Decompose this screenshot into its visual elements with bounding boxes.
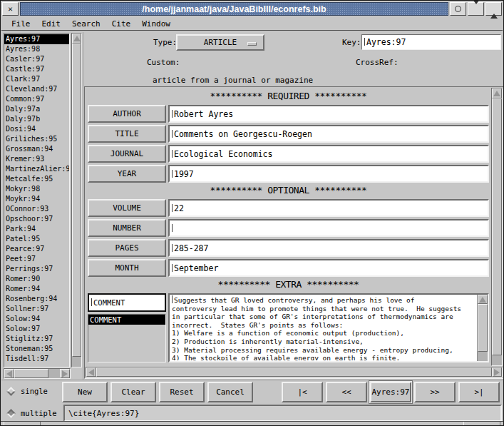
pages-input[interactable]: 285-287 [168, 239, 489, 257]
scrollbar-thumb[interactable] [72, 44, 81, 357]
list-item[interactable]: Daly:97b [4, 114, 69, 124]
year-field-button[interactable]: YEAR [88, 165, 166, 183]
list-item[interactable]: Kremer:93 [4, 154, 69, 164]
list-item[interactable]: Castle:97 [4, 64, 69, 74]
list-item[interactable]: Peet:97 [4, 254, 69, 264]
multiple-mode-radio[interactable]: multiple [8, 409, 57, 417]
year-input[interactable]: 1997 [168, 165, 489, 183]
list-item[interactable]: Rosenberg:94 [4, 294, 69, 304]
menu-item[interactable]: Search [72, 19, 101, 29]
nav-next-button[interactable]: >> [414, 382, 456, 402]
list-item[interactable]: Sollner:97 [4, 304, 69, 314]
extra-field-name-input[interactable]: COMMENT [88, 293, 166, 312]
close-icon: ✕ [8, 6, 13, 13]
scrollbar-thumb[interactable] [14, 369, 48, 378]
title-field-button[interactable]: TITLE [88, 125, 166, 143]
number-field-button[interactable]: NUMBER [88, 219, 166, 237]
scroll-right-button[interactable] [60, 369, 70, 378]
scrollbar-thumb[interactable] [492, 98, 502, 355]
lower-button[interactable] [468, 2, 484, 16]
list-item[interactable]: Romer:90 [4, 274, 69, 284]
entry-list-vertical-scrollbar[interactable] [71, 33, 82, 367]
nav-current-button[interactable]: Ayres:97 [370, 382, 411, 402]
list-item[interactable]: Daly:97a [4, 104, 69, 114]
list-item[interactable]: Common:97 [4, 94, 69, 104]
pages-field-button[interactable]: PAGES [88, 239, 166, 257]
list-item[interactable]: Solow:97 [4, 324, 69, 334]
number-input[interactable] [168, 219, 489, 237]
cite-input[interactable]: \cite{Ayres:97} [63, 405, 502, 422]
list-item[interactable]: Casler:97 [4, 54, 69, 64]
list-item[interactable]: MartinezAlier:9 [4, 164, 69, 174]
list-item[interactable]: Grossman:94 [4, 144, 69, 154]
list-item[interactable]: Cleveland:97 [4, 84, 69, 94]
scroll-up-button[interactable] [478, 295, 488, 304]
clear-button[interactable]: Clear [110, 382, 156, 402]
nav-first-button[interactable]: |< [282, 382, 323, 402]
iconify-button[interactable] [450, 2, 466, 16]
comment-textarea[interactable]: Suggests that GR loved controversy, and … [168, 293, 489, 362]
nav-previous-button[interactable]: << [326, 382, 367, 402]
scrollbar-thumb[interactable] [478, 304, 488, 352]
fields-panel: ********** REQUIRED ********** AUTHOR Ro… [84, 86, 504, 379]
list-item[interactable]: Dosi:94 [4, 124, 69, 134]
list-item[interactable]: Perrings:97 [4, 264, 69, 274]
scroll-up-button[interactable] [492, 88, 502, 98]
scroll-up-button[interactable] [72, 34, 81, 44]
list-item[interactable]: Mokyr:98 [4, 184, 69, 194]
list-item[interactable]: Metcalfe:95 [4, 174, 69, 184]
menu-item[interactable]: Cite [112, 19, 131, 29]
list-item[interactable]: Tisdell:97 [4, 354, 69, 364]
cancel-button[interactable]: Cancel [207, 382, 253, 402]
menu-item[interactable]: Edit [42, 19, 61, 29]
author-field-button[interactable]: AUTHOR [88, 105, 166, 123]
list-item[interactable]: Patel:95 [4, 234, 69, 244]
menu-item[interactable]: File [11, 19, 31, 29]
reset-button[interactable]: Reset [159, 382, 205, 402]
list-item[interactable]: Stiglitz:97 [4, 334, 69, 344]
list-item[interactable]: OConnor:93 [4, 204, 69, 214]
nav-last-button[interactable]: >| [458, 382, 500, 402]
journal-input[interactable]: Ecological Economics [168, 145, 489, 163]
title-input[interactable]: Comments on Georgescu-Roegen [168, 125, 489, 143]
list-item[interactable]: Clark:97 [4, 74, 69, 84]
form-horizontal-scrollbar[interactable] [86, 367, 503, 377]
comment-vertical-scrollbar[interactable] [477, 295, 488, 361]
list-item[interactable]: Moykr:94 [4, 194, 69, 204]
single-mode-label: single [21, 387, 48, 395]
volume-field-button[interactable]: VOLUME [88, 199, 166, 217]
field-row: TITLE Comments on Georgescu-Roegen [88, 125, 489, 143]
list-item[interactable]: Park:94 [4, 224, 69, 234]
month-field-button[interactable]: MONTH [88, 259, 166, 277]
scroll-left-button[interactable] [86, 367, 96, 377]
form-vertical-scrollbar[interactable] [491, 88, 503, 366]
key-input[interactable]: Ayres:97 [361, 34, 501, 50]
list-item[interactable]: Griliches:95 [4, 134, 69, 144]
list-item[interactable]: Romer:94 [4, 284, 69, 294]
close-button[interactable]: ✕ [2, 2, 19, 16]
single-mode-radio[interactable]: single [8, 387, 48, 395]
type-option-menu[interactable]: ARTICLE [176, 34, 264, 51]
resize-handle[interactable] [463, 422, 500, 425]
list-item[interactable]: Ayres:97 [4, 34, 69, 44]
author-input[interactable]: Robert Ayres [168, 105, 489, 123]
new-button[interactable]: New [62, 382, 108, 402]
entry-list-horizontal-scrollbar[interactable] [4, 368, 71, 379]
volume-input[interactable]: 22 [168, 199, 489, 217]
list-item[interactable]: Solow:94 [4, 314, 69, 324]
arrow-up-icon [479, 297, 486, 303]
maximize-button[interactable] [485, 2, 502, 16]
menu-item[interactable]: Window [142, 19, 170, 29]
titlebar[interactable]: ✕ /home/jjanmaat/java/JavaBibIII/econref… [2, 2, 502, 16]
list-item[interactable]: Pearce:97 [4, 244, 69, 254]
month-input[interactable]: September [168, 259, 489, 277]
journal-field-button[interactable]: JOURNAL [88, 145, 166, 163]
list-item[interactable]: Ayres:98 [4, 44, 69, 54]
resize-handle[interactable] [4, 422, 41, 425]
extra-field-list-item[interactable]: COMMENT [88, 315, 165, 325]
list-item[interactable]: Stoneman:95 [4, 344, 69, 354]
scroll-left-button[interactable] [4, 369, 14, 378]
list-item[interactable]: Opschoor:97 [4, 214, 69, 224]
scroll-right-button[interactable] [492, 367, 502, 377]
scrollbar-thumb[interactable] [96, 367, 492, 377]
